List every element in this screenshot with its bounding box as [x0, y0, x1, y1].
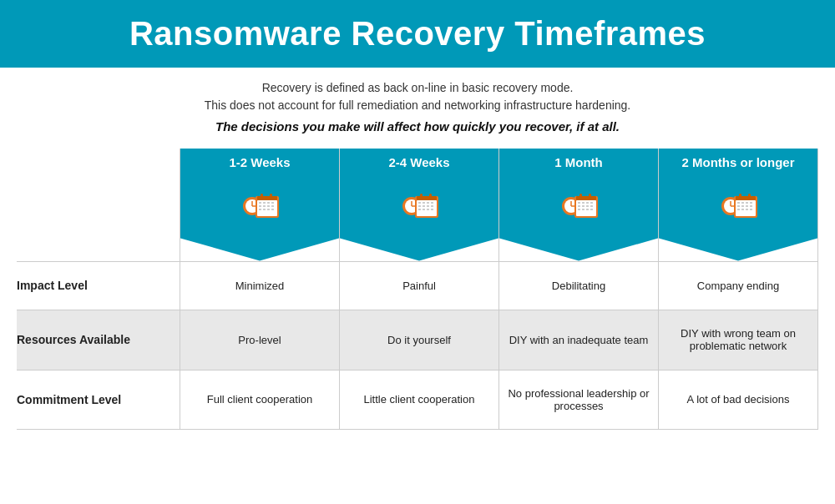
cell-resources-col2: Do it yourself	[340, 310, 498, 370]
row-label-impact: Impact Level	[17, 261, 180, 310]
cell-resources-col1: Pro-level	[180, 310, 339, 370]
calendar-icon-wrap	[716, 181, 761, 226]
svg-rect-75	[750, 202, 752, 204]
calendar-icon-wrap	[397, 181, 442, 226]
svg-rect-79	[750, 205, 752, 207]
cell-commitment-col1: Full client cooperation	[180, 370, 339, 430]
svg-rect-76	[737, 205, 740, 207]
cell-commitment-col4: A lot of bad decisions	[659, 370, 817, 430]
col-header-label: 1-2 Weeks	[229, 155, 290, 169]
col-header-col1: 1-2 Weeks	[180, 149, 339, 261]
commitment-label: Commitment Level	[17, 393, 121, 406]
subtitle-line1: Recovery is defined as back on-line in b…	[50, 79, 785, 97]
calendar-icon-wrap	[556, 181, 601, 226]
column-col4: 2 Months or longer	[658, 149, 818, 430]
svg-rect-80	[737, 209, 740, 210]
svg-rect-37	[431, 205, 433, 207]
svg-rect-60	[582, 209, 584, 210]
table: Impact Level Resources Available Commitm…	[0, 149, 835, 430]
svg-rect-78	[746, 205, 748, 207]
row-labels: Impact Level Resources Available Commitm…	[17, 149, 180, 430]
col-header-col4: 2 Months or longer	[659, 149, 817, 261]
svg-rect-6	[257, 196, 277, 200]
page-wrapper: Ransomware Recovery Timeframes Recovery …	[0, 0, 835, 430]
svg-rect-77	[741, 205, 744, 207]
svg-rect-54	[590, 202, 593, 204]
svg-rect-16	[271, 205, 274, 207]
svg-rect-29	[429, 194, 432, 199]
svg-rect-72	[737, 202, 740, 204]
svg-rect-31	[423, 202, 425, 204]
svg-rect-34	[418, 205, 421, 207]
tagline: The decisions you make will affect how q…	[50, 118, 785, 137]
svg-rect-28	[420, 194, 423, 199]
cell-impact-col2: Painful	[340, 261, 498, 310]
calendar-icon	[716, 181, 761, 226]
svg-rect-53	[586, 202, 589, 204]
svg-rect-61	[586, 209, 589, 210]
svg-rect-62	[590, 209, 593, 210]
resources-label: Resources Available	[17, 333, 130, 346]
svg-rect-49	[579, 194, 582, 199]
calendar-icon-wrap	[237, 181, 282, 226]
cell-impact-col1: Minimized	[180, 261, 339, 310]
col-header-label: 2-4 Weeks	[388, 155, 449, 169]
col-header-label: 1 Month	[554, 155, 603, 169]
svg-rect-69	[736, 196, 756, 200]
svg-rect-17	[259, 209, 261, 210]
svg-rect-55	[578, 205, 580, 207]
svg-rect-41	[431, 209, 433, 210]
svg-rect-30	[418, 202, 421, 204]
svg-rect-48	[576, 196, 596, 200]
svg-rect-74	[746, 202, 748, 204]
page-title: Ransomware Recovery Timeframes	[8, 15, 827, 53]
svg-rect-83	[750, 209, 752, 210]
svg-rect-52	[582, 202, 584, 204]
column-col3: 1 Month	[498, 149, 658, 430]
svg-rect-36	[427, 205, 429, 207]
svg-rect-57	[586, 205, 589, 207]
col-header-col2: 2-4 Weeks	[340, 149, 498, 261]
column-col2: 2-4 Weeks	[339, 149, 498, 430]
cell-commitment-col2: Little client cooperation	[340, 370, 498, 430]
cell-impact-col3: Debilitating	[499, 261, 658, 310]
row-label-resources: Resources Available	[17, 310, 180, 370]
svg-rect-39	[423, 209, 425, 210]
cell-resources-col4: DIY with wrong team on problematic netwo…	[659, 310, 817, 370]
svg-rect-33	[431, 202, 433, 204]
svg-rect-56	[582, 205, 584, 207]
svg-rect-7	[261, 194, 263, 199]
svg-rect-40	[427, 209, 429, 210]
svg-rect-70	[739, 194, 741, 199]
cell-resources-col3: DIY with an inadequate team	[499, 310, 658, 370]
col-header-label: 2 Months or longer	[682, 155, 795, 169]
svg-rect-19	[267, 209, 270, 210]
svg-rect-13	[259, 205, 261, 207]
svg-rect-11	[267, 202, 270, 204]
svg-rect-8	[270, 194, 272, 199]
calendar-icon	[556, 181, 601, 226]
column-col1: 1-2 Weeks	[180, 149, 339, 430]
svg-rect-73	[741, 202, 744, 204]
svg-rect-9	[259, 202, 261, 204]
row-label-commitment: Commitment Level	[17, 370, 180, 430]
svg-rect-51	[578, 202, 580, 204]
svg-rect-15	[267, 205, 270, 207]
header-bar: Ransomware Recovery Timeframes	[0, 0, 835, 68]
svg-rect-10	[263, 202, 266, 204]
calendar-icon	[397, 181, 442, 226]
svg-rect-71	[748, 194, 751, 199]
columns-area: 1-2 Weeks	[180, 149, 818, 430]
cell-impact-col4: Company ending	[659, 261, 817, 310]
svg-rect-35	[423, 205, 425, 207]
svg-rect-50	[589, 194, 591, 199]
svg-rect-58	[590, 205, 593, 207]
svg-rect-38	[418, 209, 421, 210]
impact-label: Impact Level	[17, 279, 88, 292]
svg-rect-59	[578, 209, 580, 210]
calendar-icon	[237, 181, 282, 226]
subtitle-line2: This does not account for full remediati…	[50, 97, 785, 114]
svg-rect-14	[263, 205, 266, 207]
svg-rect-82	[746, 209, 748, 210]
svg-rect-32	[427, 202, 429, 204]
